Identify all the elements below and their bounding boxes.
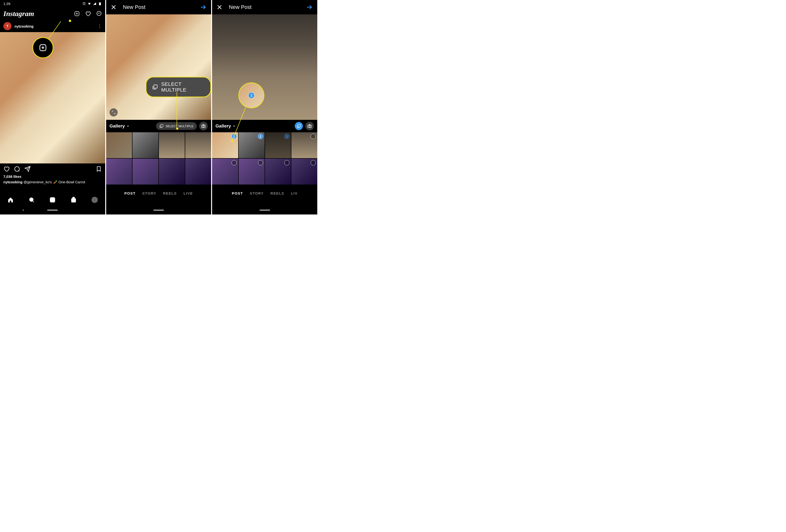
- search-icon[interactable]: [28, 197, 35, 203]
- gallery-thumbnail[interactable]: 2: [239, 132, 264, 158]
- gallery-dropdown[interactable]: Gallery: [215, 123, 235, 129]
- close-button[interactable]: [111, 4, 117, 10]
- more-options-icon[interactable]: ⋮: [97, 23, 102, 29]
- comment-icon[interactable]: [14, 166, 20, 172]
- tab-story[interactable]: STORY: [142, 191, 156, 195]
- wifi-icon: [88, 2, 91, 5]
- gallery-thumbnail[interactable]: [106, 159, 132, 185]
- next-button[interactable]: [306, 4, 313, 11]
- reels-icon[interactable]: [49, 197, 55, 203]
- screen-instagram-feed: 1:29 Instagram T nytcooking ⋮: [0, 0, 105, 214]
- home-pill[interactable]: [259, 209, 270, 211]
- like-icon[interactable]: [3, 166, 9, 172]
- bottom-nav: [0, 194, 105, 206]
- status-bar: 1:29: [0, 0, 105, 7]
- gallery-thumbnail[interactable]: [159, 159, 185, 185]
- back-icon[interactable]: [22, 208, 25, 212]
- gallery-thumbnail[interactable]: [292, 159, 317, 185]
- add-post-icon[interactable]: [74, 11, 80, 17]
- post-actions: [0, 163, 105, 175]
- callout-select-multiple: SELECT MULTIPLE: [146, 77, 211, 97]
- svg-rect-7: [71, 199, 75, 202]
- preview-image[interactable]: [212, 15, 317, 120]
- instagram-header: Instagram: [0, 7, 105, 20]
- selection-badge-empty: [231, 160, 237, 165]
- gallery-thumbnail[interactable]: [265, 159, 291, 185]
- camera-button[interactable]: [199, 122, 208, 130]
- gallery-thumbnail[interactable]: [133, 132, 158, 158]
- tab-post[interactable]: POST: [232, 191, 243, 195]
- system-nav: [212, 206, 317, 214]
- selection-badge: 3: [284, 134, 290, 139]
- tab-reels[interactable]: REELS: [163, 191, 177, 195]
- gallery-grid: 1 2 3: [212, 132, 317, 185]
- home-icon[interactable]: [7, 197, 14, 203]
- signal-icon: [93, 2, 97, 5]
- username[interactable]: nytcooking: [15, 24, 33, 28]
- gallery-bar: Gallery SELECT MULTIPLE: [106, 120, 211, 132]
- shop-icon[interactable]: [70, 197, 77, 203]
- gallery-thumbnail[interactable]: [106, 132, 132, 158]
- close-button[interactable]: [216, 4, 223, 10]
- home-pill[interactable]: [153, 209, 164, 211]
- gallery-thumbnail[interactable]: [212, 159, 238, 185]
- post-info: 7,038 likes nytcooking @genevieve_ko's 🥕…: [0, 175, 105, 185]
- post-caption[interactable]: nytcooking @genevieve_ko's 🥕 One-Bowl Ca…: [3, 180, 102, 185]
- next-button[interactable]: [200, 4, 207, 11]
- gallery-thumbnail[interactable]: [292, 132, 317, 158]
- svg-point-15: [309, 125, 310, 127]
- new-post-header: New Post: [212, 0, 317, 15]
- instagram-logo[interactable]: Instagram: [3, 9, 34, 18]
- tab-story[interactable]: STORY: [250, 191, 263, 195]
- profile-avatar[interactable]: [92, 197, 98, 203]
- likes-count[interactable]: 7,038 likes: [3, 175, 102, 179]
- post-user[interactable]: T nytcooking: [3, 22, 33, 30]
- gallery-thumbnail[interactable]: [185, 159, 211, 185]
- messenger-icon[interactable]: [96, 11, 102, 17]
- select-multiple-button-active[interactable]: [295, 122, 303, 130]
- camera-icon: [201, 124, 206, 129]
- tab-post[interactable]: POST: [124, 191, 136, 195]
- tab-live[interactable]: LIV: [291, 191, 298, 195]
- gallery-thumbnail[interactable]: [133, 159, 158, 185]
- selection-badge: 1: [248, 92, 254, 98]
- heart-icon[interactable]: [85, 11, 91, 17]
- preview-image[interactable]: [106, 15, 211, 120]
- callout-dot: [69, 20, 71, 22]
- selection-badge-empty: [310, 134, 316, 139]
- status-time: 1:29: [3, 2, 10, 6]
- stack-icon: [297, 124, 301, 128]
- svg-rect-9: [161, 124, 163, 127]
- selection-badge-empty: [258, 160, 263, 165]
- tab-live[interactable]: LIVE: [184, 191, 193, 195]
- post-header: T nytcooking ⋮: [0, 20, 105, 32]
- stack-icon: [159, 124, 164, 128]
- callout-line: [177, 92, 177, 130]
- gallery-dropdown[interactable]: Gallery: [110, 123, 130, 129]
- gallery-thumbnail[interactable]: [185, 132, 211, 158]
- new-post-header: New Post: [106, 0, 211, 15]
- system-nav: [106, 206, 211, 214]
- gallery-thumbnail[interactable]: [159, 132, 185, 158]
- avatar[interactable]: T: [3, 22, 11, 30]
- gallery-thumbnail[interactable]: 3: [265, 132, 291, 158]
- tab-reels[interactable]: REELS: [271, 191, 284, 195]
- gallery-grid: [106, 132, 211, 185]
- chevron-down-icon: [232, 124, 236, 128]
- mode-tabs: POST STORY REELS LIVE: [106, 186, 211, 200]
- selection-badge-empty: [284, 160, 290, 165]
- selection-badge-empty: [310, 160, 316, 165]
- status-icons: [82, 2, 102, 5]
- callout-selected-thumbnail: 1: [238, 83, 264, 108]
- screen-new-post-select: New Post Gallery SELECT MULTIPLE: [106, 0, 211, 214]
- share-icon[interactable]: [24, 166, 31, 172]
- callout-add-post: [32, 37, 53, 58]
- expand-crop-icon[interactable]: [110, 108, 118, 116]
- screen-new-post-selected: New Post Gallery 1 2 3 POST STORY REELS: [212, 0, 317, 214]
- page-title: New Post: [123, 4, 193, 10]
- camera-button[interactable]: [305, 122, 314, 130]
- svg-rect-13: [298, 124, 301, 127]
- home-pill[interactable]: [47, 209, 58, 211]
- gallery-thumbnail[interactable]: [239, 159, 264, 185]
- bookmark-icon[interactable]: [96, 166, 102, 172]
